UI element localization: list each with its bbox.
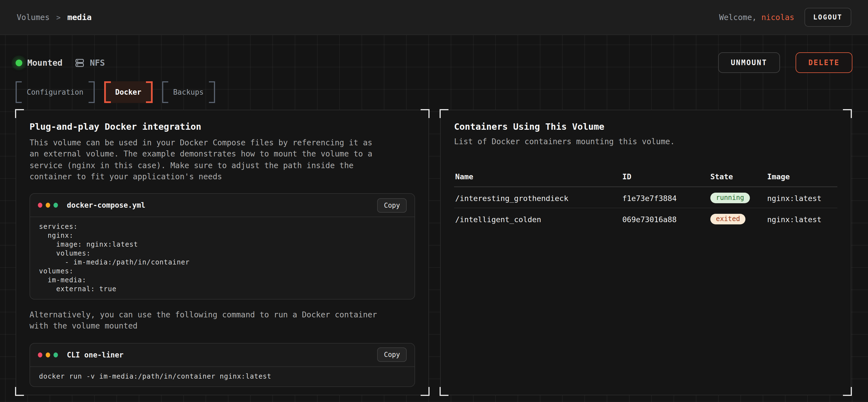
breadcrumb-volumes-link[interactable]: Volumes [17, 13, 50, 22]
top-bar: Volumes > media Welcome, nicolas LOGOUT [0, 0, 868, 35]
traffic-red-icon [38, 353, 42, 358]
column-header-image: Image [767, 172, 836, 181]
driver-label: NFS [90, 58, 105, 68]
compose-copy-button[interactable]: Copy [377, 198, 407, 212]
traffic-amber-icon [46, 203, 50, 208]
containers-panel: Containers Using This Volume List of Doc… [440, 110, 851, 395]
main-content: Mounted NFS UNMOUNT DELETE Configurati [0, 35, 868, 402]
panel-corner-icon [421, 387, 430, 396]
container-id: 069e73016a88 [622, 215, 710, 224]
containers-panel-title: Containers Using This Volume [454, 122, 837, 132]
breadcrumb-separator-icon: > [56, 13, 61, 22]
tab-configuration[interactable]: Configuration [16, 81, 95, 103]
mounted-status-label: Mounted [27, 58, 62, 68]
panel-corner-icon [421, 109, 430, 118]
container-id: f1e73e7f3884 [622, 194, 710, 202]
column-header-state: State [710, 172, 767, 181]
status-badge: running [710, 193, 750, 203]
status-badge: exited [710, 214, 746, 224]
panel-corner-icon [843, 387, 852, 396]
mounted-status: Mounted [16, 58, 62, 68]
traffic-green-icon [54, 203, 58, 208]
traffic-red-icon [38, 203, 42, 208]
table-row: /interesting_grothendieck f1e73e7f3884 r… [454, 187, 837, 208]
delete-button[interactable]: DELETE [796, 52, 852, 73]
column-header-id: ID [622, 172, 710, 181]
cli-code-block: CLI one-liner Copy docker run -v im-medi… [30, 343, 415, 387]
welcome-prefix: Welcome, [719, 13, 762, 22]
cli-intro-text: Alternatively, you can use the following… [30, 309, 392, 332]
container-image: nginx:latest [767, 215, 836, 224]
docker-panel-title: Plug-and-play Docker integration [30, 122, 415, 132]
traffic-green-icon [54, 353, 58, 358]
unmount-button[interactable]: UNMOUNT [718, 52, 780, 73]
column-header-name: Name [455, 172, 622, 181]
panel-corner-icon [440, 109, 448, 118]
driver-status: NFS [75, 58, 105, 68]
welcome-text: Welcome, nicolas [719, 13, 795, 22]
containers-table: Name ID State Image /interesting_grothen… [454, 166, 837, 229]
panel-corner-icon [440, 387, 448, 396]
server-stack-icon [75, 58, 85, 68]
panels-row: Plug-and-play Docker integration This vo… [16, 110, 852, 395]
containers-panel-subtitle: List of Docker containers mounting this … [454, 137, 837, 146]
status-row: Mounted NFS UNMOUNT DELETE [16, 35, 852, 73]
compose-code-block: docker-compose.yml Copy services: nginx:… [30, 193, 415, 300]
docker-panel-description: This volume can be used in your Docker C… [30, 137, 375, 182]
traffic-lights-icon [38, 203, 58, 208]
cli-copy-button[interactable]: Copy [377, 348, 407, 362]
container-state: exited [710, 214, 767, 224]
tab-bar: Configuration Docker Backups [16, 79, 852, 105]
traffic-amber-icon [46, 353, 50, 358]
logout-button[interactable]: LOGOUT [804, 8, 851, 27]
cli-code-header: CLI one-liner Copy [30, 343, 414, 367]
panel-corner-icon [843, 109, 852, 118]
compose-code-content: services: nginx: image: nginx:latest vol… [30, 217, 414, 299]
traffic-lights-icon [38, 353, 58, 358]
panel-corner-icon [15, 387, 24, 396]
breadcrumb: Volumes > media [17, 13, 92, 22]
table-row: /intelligent_colden 069e73016a88 exited … [454, 208, 837, 229]
username: nicolas [761, 13, 794, 22]
container-name: /interesting_grothendieck [455, 194, 622, 202]
app-window: Volumes > media Welcome, nicolas LOGOUT … [0, 0, 868, 402]
topbar-right: Welcome, nicolas LOGOUT [719, 8, 851, 27]
container-image: nginx:latest [767, 194, 836, 202]
tab-backups[interactable]: Backups [162, 81, 215, 103]
compose-filename: docker-compose.yml [67, 201, 146, 209]
cli-filename: CLI one-liner [67, 351, 124, 359]
containers-table-header: Name ID State Image [454, 166, 837, 187]
container-state: running [710, 193, 767, 203]
container-name: /intelligent_colden [455, 215, 622, 224]
compose-code-header: docker-compose.yml Copy [30, 194, 414, 217]
docker-integration-panel: Plug-and-play Docker integration This vo… [16, 110, 429, 395]
tab-docker[interactable]: Docker [104, 81, 153, 103]
mounted-status-dot-icon [16, 59, 22, 66]
breadcrumb-current-page: media [67, 13, 92, 22]
panel-corner-icon [15, 109, 24, 118]
cli-code-content: docker run -v im-media:/path/in/containe… [30, 367, 414, 387]
